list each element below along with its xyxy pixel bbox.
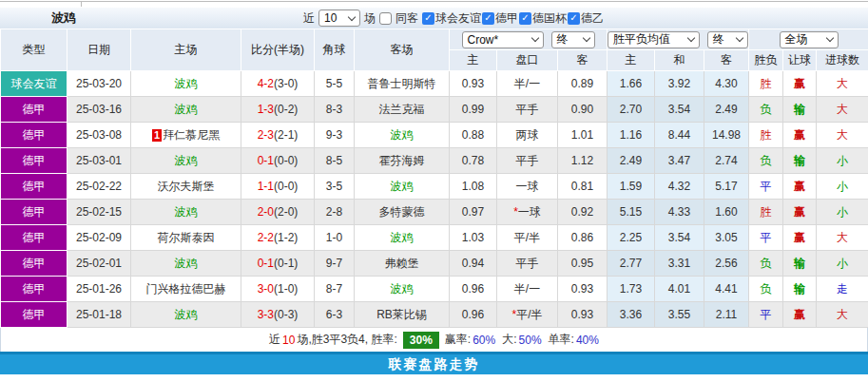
away-team[interactable]: RB莱比锡 (355, 302, 450, 328)
big-value: 50% (519, 334, 542, 347)
away-team[interactable]: 多特蒙德 (355, 200, 450, 225)
handicap-odds-away: 0.95 (558, 251, 608, 277)
competition-checkbox[interactable] (568, 12, 580, 25)
scope-select[interactable]: 全场 (780, 31, 839, 48)
team-name: 拜仁慕尼黑 (163, 128, 220, 142)
corner-score: 1-0 (315, 225, 355, 251)
summary-near: 近 (269, 332, 280, 348)
recent-count-select[interactable]: 10 (318, 10, 360, 27)
team-name: 波鸡 (175, 205, 198, 219)
league-type-badge: 德甲 (1, 148, 68, 174)
rank-badge: 1 (152, 129, 162, 142)
halftime-score: (2-0) (274, 205, 298, 219)
subcol-avg-home: 主 (608, 50, 655, 71)
home-team[interactable]: 波鸡 (131, 71, 241, 97)
avg-odds-draw: 3.47 (655, 148, 704, 174)
away-team[interactable]: 波鸡 (355, 277, 450, 302)
result-wdl: 胜 (749, 200, 783, 225)
avg-odds-away: 4.30 (704, 71, 749, 97)
team-name: 波鸡 (391, 180, 414, 193)
league-type-badge: 德甲 (1, 251, 68, 277)
competition-label: 德乙 (581, 10, 604, 27)
team-name: 波鸡 (175, 154, 198, 167)
avg-odds-home: 2.49 (608, 148, 655, 174)
chevron-down-icon (530, 34, 538, 42)
recent-count-value: 10 (324, 11, 337, 25)
col-corner: 角球 (315, 29, 355, 71)
col-score: 比分(半场) (241, 29, 315, 71)
chevron-down-icon (348, 12, 356, 20)
league-type-badge: 德甲 (1, 225, 68, 251)
subcol-handicap: 盘口 (497, 50, 558, 71)
result-wdl: 负 (749, 277, 783, 302)
halftime-score: (2-1) (274, 128, 298, 142)
corner-score: 8-7 (315, 277, 355, 302)
away-team[interactable]: 法兰克福 (355, 97, 450, 123)
same-venue-label: 同客 (395, 10, 418, 27)
home-team[interactable]: 1拜仁慕尼黑 (131, 123, 241, 148)
filter-controls: 近 10 场 同客 球会友谊 德甲 德国杯 德乙 (302, 10, 604, 27)
result-wdl: 负 (749, 148, 783, 174)
fulltime-score: 2-2 (258, 231, 274, 244)
handicap-odds-away: 0.93 (558, 277, 608, 302)
handicap-name: 平手 (516, 103, 539, 116)
result-handicap: 赢 (783, 225, 817, 251)
home-team[interactable]: 波鸡 (131, 148, 241, 174)
avg-final-select[interactable]: 终 (707, 31, 748, 48)
match-score: 4-2(3-0) (241, 71, 315, 97)
handicap-line: 平手 (497, 251, 558, 277)
home-team[interactable]: 荷尔斯泰因 (131, 225, 241, 251)
home-team[interactable]: 波鸡 (131, 251, 241, 277)
match-score: 0-1(0-1) (241, 251, 315, 277)
odds-company-select[interactable]: Crow* (462, 31, 544, 48)
result-wdl: 胜 (749, 71, 783, 97)
subcol-avg-draw: 和 (655, 50, 704, 71)
home-team[interactable]: 波鸡 (131, 302, 241, 328)
subcol-handicap-result: 让球 (783, 50, 817, 71)
handicap-name: 平手 (516, 257, 539, 270)
away-team[interactable]: 弗赖堡 (355, 251, 450, 277)
home-team[interactable]: 沃尔夫斯堡 (131, 174, 241, 200)
team-name: 普鲁士明斯特 (368, 77, 436, 90)
competition-checkbox[interactable] (482, 12, 494, 25)
odds-final-select[interactable]: 终 (551, 31, 595, 48)
league-type-badge: 德甲 (1, 174, 68, 200)
result-wdl: 平 (749, 302, 783, 328)
subcol-goals: 进球数 (817, 50, 868, 71)
same-venue-checkbox[interactable] (379, 12, 392, 25)
header-group-row: 类型 日期 主场 比分(半场) 角球 客场 Crow* 终 (1, 29, 868, 50)
competition-checkbox[interactable] (519, 12, 531, 25)
match-score: 0-1(0-0) (241, 148, 315, 174)
away-team[interactable]: 波鸡 (355, 174, 450, 200)
result-handicap: 赢 (783, 174, 817, 200)
home-team[interactable]: 波鸡 (131, 200, 241, 225)
home-team[interactable]: 门兴格拉德巴赫 (131, 277, 241, 302)
away-team[interactable]: 波鸡 (355, 123, 450, 148)
handicap-odds-away: 0.90 (558, 97, 608, 123)
away-team[interactable]: 霍芬海姆 (355, 148, 450, 174)
subcol-odds-home: 主 (450, 50, 497, 71)
away-team[interactable]: 波鸡 (355, 225, 450, 251)
avg-odds-draw: 4.33 (655, 200, 704, 225)
subcol-odds-away: 客 (558, 50, 608, 71)
col-home: 主场 (131, 29, 241, 71)
fulltime-score: 2-3 (258, 128, 274, 142)
match-row: 德甲 25-02-01 波鸡 0-1(0-1) 9-7 弗赖堡 0.94 平手 … (1, 251, 868, 277)
col-away: 客场 (355, 29, 450, 71)
handicap-odds-away: 0.92 (558, 200, 608, 225)
handicap-odds-away: 0.86 (558, 225, 608, 251)
avg-source-select[interactable]: 胜平负均值 (608, 31, 700, 48)
league-type-badge: 德甲 (1, 123, 68, 148)
avg-odds-away: 2.74 (704, 148, 749, 174)
handicap-odds-away: 0.81 (558, 174, 608, 200)
home-team[interactable]: 波鸡 (131, 97, 241, 123)
title-bar: 波鸡 近 10 场 同客 球会友谊 德甲 德国杯 德乙 (0, 8, 868, 29)
scope-value: 全场 (785, 31, 808, 48)
match-score: 2-3(2-1) (241, 123, 315, 148)
result-wdl: 负 (749, 251, 783, 277)
competition-checkbox[interactable] (422, 12, 434, 25)
away-team[interactable]: 普鲁士明斯特 (355, 71, 450, 97)
team-name: 波鸡 (175, 77, 198, 90)
match-score: 2-0(2-0) (241, 200, 315, 225)
handicap-odds-home: 0.96 (450, 277, 497, 302)
